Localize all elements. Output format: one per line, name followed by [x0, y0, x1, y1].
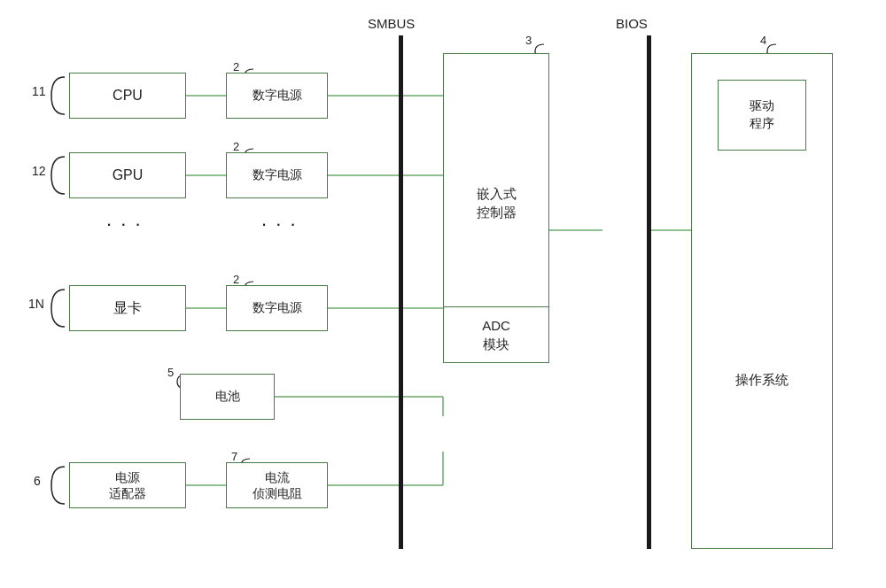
smbus-bus	[399, 35, 403, 549]
display-card-box: 显卡	[69, 285, 186, 331]
label-6: 6	[34, 474, 41, 488]
digital-power-2-box: 数字电源	[226, 152, 328, 198]
curly-1N	[43, 285, 69, 331]
embedded-controller-box: 嵌入式 控制器 ADC 模块	[443, 53, 549, 363]
bios-bus	[647, 35, 651, 549]
driver-box: 驱动 程序	[718, 80, 806, 151]
power-adapter-box: 电源 适配器	[69, 462, 186, 508]
current-sense-box: 电流 侦测电阻	[226, 462, 328, 508]
os-label: 操作系统	[735, 372, 789, 389]
digital-power-3-box: 数字电源	[226, 285, 328, 331]
smbus-label: SMBUS	[368, 16, 415, 31]
curly-12	[43, 152, 69, 198]
curly-11	[43, 73, 69, 119]
battery-box: 电池	[180, 374, 275, 420]
bios-label: BIOS	[616, 16, 648, 31]
dots-row1: · · ·	[106, 213, 143, 236]
gpu-box: GPU	[69, 152, 186, 198]
diagram: SMBUS BIOS 11 12 1N 6 2 2 2 3 4	[0, 0, 886, 588]
curly-6	[43, 462, 69, 508]
cpu-box: CPU	[69, 73, 186, 119]
dots-row2: · · ·	[261, 213, 298, 236]
digital-power-1-box: 数字电源	[226, 73, 328, 119]
